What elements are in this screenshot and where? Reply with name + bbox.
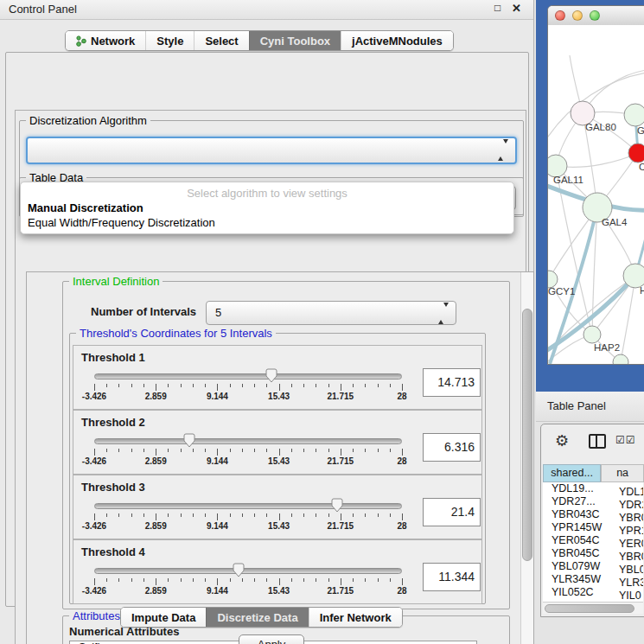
slider-thumb[interactable]: [265, 368, 277, 383]
mac-zoom-button[interactable]: [590, 10, 600, 21]
table-row[interactable]: YDR27...YDR2: [543, 495, 643, 508]
node-label: C: [639, 162, 644, 172]
cell-shared-name[interactable]: YBL079W: [543, 560, 617, 573]
scrollbar-thumb[interactable]: [522, 309, 532, 561]
network-window-titlebar[interactable]: [548, 6, 644, 26]
tick-mark: [291, 578, 292, 582]
network-node-gcy1[interactable]: [548, 271, 558, 288]
table-row[interactable]: YBR045CYBR0: [543, 547, 643, 560]
scrollbar-thumb[interactable]: [545, 604, 634, 613]
tick-mark: [168, 513, 169, 517]
tick-mark: [365, 449, 366, 452]
network-node-ga[interactable]: [624, 104, 644, 126]
tick-mark: [365, 578, 366, 582]
tick-mark: [217, 449, 218, 456]
tick-label: 21.715: [328, 456, 354, 466]
column-header-name[interactable]: na: [601, 464, 644, 482]
slider-track[interactable]: [94, 438, 402, 444]
cell-shared-name[interactable]: YDR27...: [543, 495, 617, 508]
tick-mark: [156, 513, 156, 520]
checkboxes-icon[interactable]: ☑☑: [615, 434, 636, 446]
threshold-slider[interactable]: -3.4262.8599.14415.4321.71528: [94, 496, 402, 534]
threshold-slider[interactable]: -3.4262.8599.14415.4321.71528: [94, 431, 402, 469]
tab-network[interactable]: Network: [66, 31, 145, 50]
tick-mark: [230, 449, 231, 452]
slider-thumb[interactable]: [183, 433, 195, 448]
tab-discretize-data[interactable]: Discretize Data: [206, 608, 308, 627]
cell-shared-name[interactable]: YDL19...: [543, 482, 617, 495]
slider-thumb[interactable]: [331, 498, 343, 513]
table-horizontal-scrollbar[interactable]: [543, 602, 643, 614]
slider-track[interactable]: [94, 568, 402, 574]
tick-mark: [316, 578, 316, 582]
tick-mark: [131, 384, 132, 387]
tick-mark: [131, 513, 132, 517]
mac-close-button[interactable]: [555, 10, 565, 21]
table-row[interactable]: YBR043CYBR0: [543, 508, 643, 521]
tick-mark: [402, 513, 403, 520]
slider-track[interactable]: [94, 503, 402, 509]
node-label: GAL80: [585, 122, 616, 132]
tick-mark: [168, 449, 169, 452]
network-canvas[interactable]: GAL80GACGAL11GAL4GCY1HHAP2: [548, 25, 644, 364]
tick-mark: [193, 384, 194, 387]
popup-option-equal-width-frequency[interactable]: Equal Width/Frequency Discretization: [28, 216, 215, 229]
table-row[interactable]: YBL079WYBL0: [543, 560, 643, 573]
tick-label: 28: [397, 586, 406, 596]
slider-track[interactable]: [94, 373, 402, 379]
threshold-slider[interactable]: -3.4262.8599.14415.4321.71528: [94, 367, 402, 405]
mac-minimize-button[interactable]: [572, 10, 583, 21]
settings-scrollbar[interactable]: [520, 272, 533, 644]
tab-style[interactable]: Style: [145, 31, 194, 50]
algorithm-combo[interactable]: [26, 137, 517, 164]
popup-placeholder-option[interactable]: Select algorithm to view settings: [21, 187, 513, 200]
threshold-slider[interactable]: -3.4262.8599.14415.4321.71528: [94, 561, 402, 599]
float-window-icon[interactable]: □: [494, 2, 501, 14]
tick-mark: [205, 513, 206, 517]
tick-mark: [106, 578, 107, 582]
split-columns-icon[interactable]: [589, 434, 606, 449]
tick-mark: [242, 384, 243, 387]
cell-name[interactable]: YIL0: [617, 590, 641, 602]
network-node[interactable]: [613, 354, 628, 364]
cell-shared-name[interactable]: YIL052C: [543, 586, 617, 599]
popup-option-manual-discretization[interactable]: Manual Discretization: [28, 201, 143, 214]
network-node-hap2[interactable]: [583, 326, 601, 343]
table-row[interactable]: YDL19...YDL1: [543, 482, 643, 495]
tab-label: Select: [205, 35, 238, 48]
table-header-row: shared... na: [543, 464, 644, 482]
cell-shared-name[interactable]: YBR045C: [543, 547, 617, 560]
tab-jactivemnodules[interactable]: jActiveMNodules: [341, 31, 453, 50]
gear-icon[interactable]: ⚙: [555, 431, 569, 450]
threshold-value-field[interactable]: 21.4: [423, 498, 481, 526]
threshold-value-field[interactable]: 14.713: [423, 368, 481, 397]
threshold-value-field[interactable]: 6.316: [423, 433, 481, 462]
tab-select[interactable]: Select: [194, 31, 248, 50]
tab-label: Network: [91, 35, 135, 48]
table-row[interactable]: YER054CYER0: [543, 534, 643, 547]
threshold-label: Threshold 1: [81, 351, 145, 364]
tab-infer-network[interactable]: Infer Network: [309, 608, 402, 627]
apply-button[interactable]: Apply: [239, 634, 304, 644]
tick-mark: [242, 513, 243, 517]
cell-shared-name[interactable]: YBR043C: [543, 508, 617, 521]
tick-mark: [94, 384, 95, 391]
cell-shared-name[interactable]: YER054C: [543, 534, 617, 547]
tab-impute-data[interactable]: Impute Data: [121, 608, 206, 627]
table-row[interactable]: YLR345WYLR3: [543, 573, 643, 586]
tab-cyni-toolbox[interactable]: Cyni Toolbox: [249, 31, 341, 50]
cell-shared-name[interactable]: YPR145W: [543, 521, 617, 534]
tick-mark: [266, 384, 267, 387]
table-row[interactable]: YIL052CYIL0: [543, 586, 643, 599]
threshold-value-field[interactable]: 11.344: [423, 563, 481, 591]
number-of-intervals-combo[interactable]: 5: [206, 301, 456, 325]
network-node-h[interactable]: [623, 264, 644, 288]
tick-mark: [168, 384, 169, 387]
column-header-shared-name[interactable]: shared...: [543, 464, 601, 482]
tick-mark: [402, 384, 403, 391]
cell-shared-name[interactable]: YLR345W: [543, 573, 617, 586]
slider-thumb[interactable]: [233, 563, 245, 577]
close-window-icon[interactable]: ✕: [512, 2, 521, 15]
table-row[interactable]: YPR145WYPR1: [543, 521, 643, 534]
network-node-c[interactable]: [628, 143, 644, 163]
